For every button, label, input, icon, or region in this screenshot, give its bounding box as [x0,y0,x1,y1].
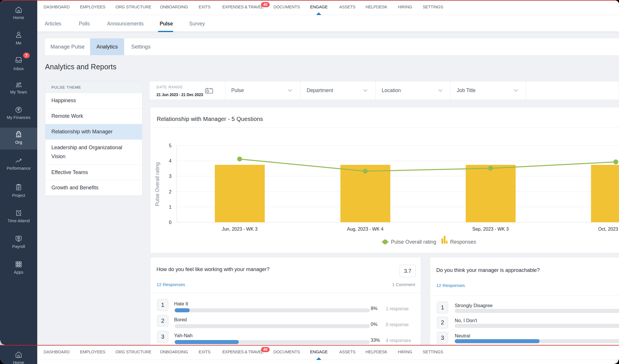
svg-text:Aug, 2023 - WK 4: Aug, 2023 - WK 4 [347,227,383,232]
svg-text:3: 3 [169,174,171,179]
svg-text:2: 2 [169,189,171,194]
svg-text:Pulse Overall rating: Pulse Overall rating [154,162,160,206]
svg-text:0: 0 [169,220,171,225]
svg-text:Jun, 2023 - WK 3: Jun, 2023 - WK 3 [222,227,258,232]
svg-text:5: 5 [169,143,171,148]
svg-text:Responses: Responses [450,239,476,245]
svg-text:Sep, 2023 - WK 3: Sep, 2023 - WK 3 [472,227,509,232]
svg-text:1: 1 [169,205,171,210]
svg-text:4: 4 [169,158,171,163]
svg-text:Oct, 2023 - WK 4: Oct, 2023 - WK 4 [598,227,619,232]
svg-text:Pulse Overall rating: Pulse Overall rating [391,239,436,245]
